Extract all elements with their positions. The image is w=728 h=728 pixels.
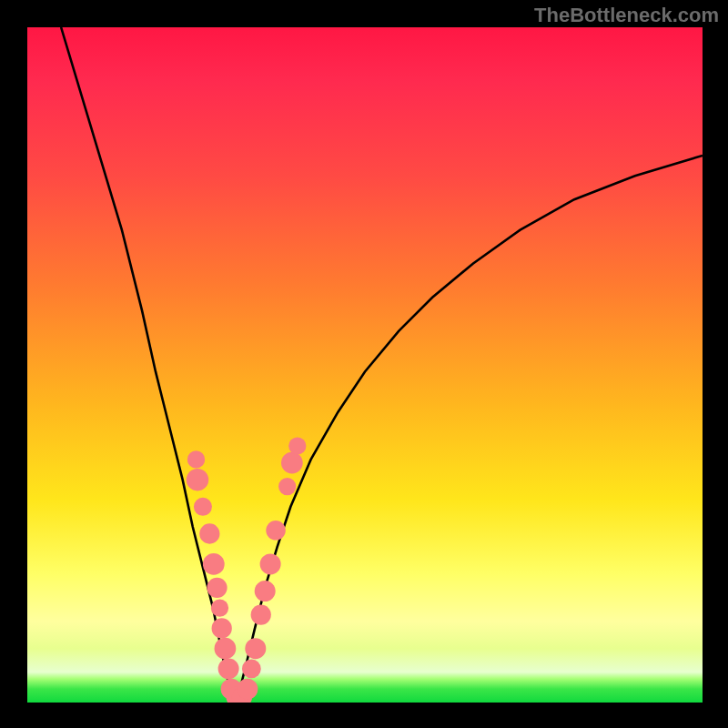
data-point-marker bbox=[187, 450, 205, 468]
data-point-marker bbox=[207, 578, 227, 598]
data-point-marker bbox=[288, 437, 306, 454]
data-point-marker bbox=[266, 521, 286, 541]
chart-frame: TheBottleneck.com bbox=[0, 0, 728, 728]
data-point-marker bbox=[242, 660, 261, 679]
data-point-marker bbox=[245, 638, 266, 659]
data-point-marker bbox=[212, 618, 232, 638]
data-point-marker bbox=[255, 581, 276, 602]
bottleneck-curve bbox=[61, 27, 703, 701]
data-point-marker bbox=[187, 469, 208, 490]
data-point-marker bbox=[203, 553, 225, 575]
data-point-marker bbox=[218, 658, 239, 679]
data-point-marker bbox=[237, 679, 258, 700]
data-point-marker bbox=[260, 553, 281, 574]
data-point-marker bbox=[199, 523, 219, 543]
chart-plot-area bbox=[27, 27, 703, 703]
data-point-marker bbox=[194, 498, 212, 516]
data-point-marker bbox=[278, 478, 296, 495]
data-point-marker bbox=[251, 604, 271, 624]
watermark-text: TheBottleneck.com bbox=[534, 4, 719, 27]
chart-svg bbox=[27, 27, 703, 703]
data-point-marker bbox=[215, 638, 237, 660]
data-point-marker bbox=[281, 452, 303, 474]
data-point-marker bbox=[211, 599, 228, 616]
